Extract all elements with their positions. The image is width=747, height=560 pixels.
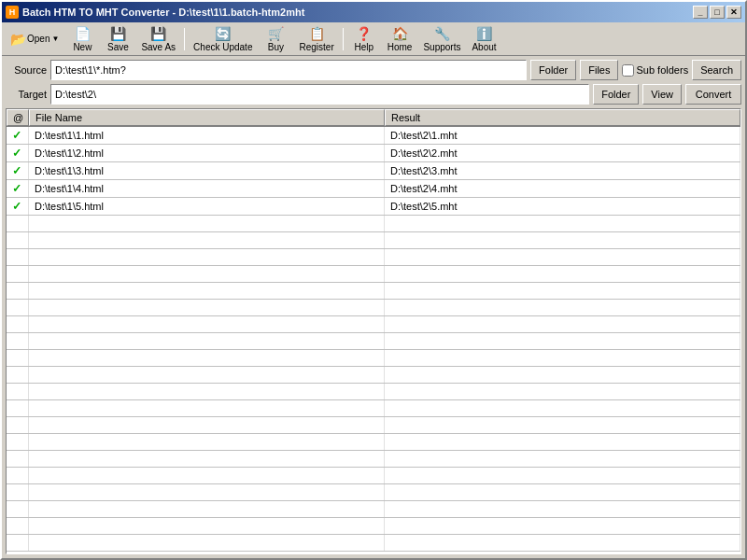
empty-result-cell bbox=[385, 266, 740, 282]
table-row[interactable]: ✓D:\test\1\2.htmlD:\test\2\2.mht bbox=[7, 145, 740, 162]
maximize-button[interactable]: □ bbox=[710, 6, 725, 19]
empty-status-cell bbox=[7, 535, 29, 551]
empty-result-cell bbox=[385, 434, 740, 450]
table-row[interactable]: ✓D:\test\1\3.htmlD:\test\2\3.mht bbox=[7, 162, 740, 180]
empty-table-row bbox=[7, 300, 740, 316]
source-input[interactable] bbox=[50, 60, 527, 80]
check-icon: ✓ bbox=[12, 147, 21, 160]
empty-filename-cell bbox=[29, 367, 385, 383]
filename-cell: D:\test\1\1.html bbox=[29, 127, 385, 144]
empty-result-cell bbox=[385, 283, 740, 299]
save-icon: 💾 bbox=[110, 26, 125, 41]
empty-filename-cell bbox=[29, 535, 385, 551]
table-row[interactable]: ✓D:\test\1\1.htmlD:\test\2\1.mht bbox=[7, 127, 740, 145]
empty-status-cell bbox=[7, 367, 29, 383]
result-cell: D:\test\2\5.mht bbox=[385, 198, 740, 215]
empty-result-cell bbox=[385, 350, 740, 366]
empty-table-row bbox=[7, 333, 740, 350]
save-as-button[interactable]: 💾 Save As bbox=[136, 25, 180, 53]
empty-table-row bbox=[7, 266, 740, 283]
check-update-icon: 🔄 bbox=[216, 26, 231, 41]
main-window: H Batch HTM TO MHT Converter - D:\test\1… bbox=[0, 0, 747, 560]
empty-status-cell bbox=[7, 400, 29, 416]
status-cell: ✓ bbox=[7, 198, 29, 215]
empty-status-cell bbox=[7, 417, 29, 433]
help-button[interactable]: ❓ Help bbox=[347, 25, 381, 53]
result-cell: D:\test\2\4.mht bbox=[385, 180, 740, 197]
empty-status-cell bbox=[7, 283, 29, 299]
source-folder-button[interactable]: Folder bbox=[530, 60, 576, 80]
buy-button[interactable]: 🛒 Buy bbox=[259, 25, 292, 53]
empty-status-cell bbox=[7, 468, 29, 483]
empty-table-row bbox=[7, 484, 740, 501]
target-label: Target bbox=[6, 89, 47, 100]
target-view-button[interactable]: View bbox=[642, 84, 682, 105]
close-button[interactable]: ✕ bbox=[726, 6, 741, 19]
empty-table-row bbox=[7, 249, 740, 266]
empty-filename-cell bbox=[29, 350, 385, 366]
empty-filename-cell bbox=[29, 384, 385, 399]
table-row[interactable]: ✓D:\test\1\5.htmlD:\test\2\5.mht bbox=[7, 198, 740, 216]
empty-table-row bbox=[7, 468, 740, 484]
source-label: Source bbox=[6, 64, 47, 76]
register-button[interactable]: 📋 Register bbox=[294, 25, 338, 53]
save-button[interactable]: 💾 Save bbox=[101, 25, 134, 53]
title-bar-left: H Batch HTM TO MHT Converter - D:\test\1… bbox=[6, 6, 304, 19]
empty-table-row bbox=[7, 434, 740, 451]
empty-filename-cell bbox=[29, 468, 385, 483]
empty-table-row bbox=[7, 451, 740, 468]
empty-result-cell bbox=[385, 384, 740, 399]
empty-table-row bbox=[7, 283, 740, 300]
supports-icon: 🔧 bbox=[434, 26, 449, 41]
home-button[interactable]: 🏠 Home bbox=[383, 25, 417, 53]
empty-filename-cell bbox=[29, 501, 385, 517]
new-button[interactable]: 📄 New bbox=[65, 25, 99, 53]
check-icon: ✓ bbox=[12, 164, 21, 177]
register-icon: 📋 bbox=[309, 26, 324, 41]
empty-table-row bbox=[7, 535, 740, 552]
empty-filename-cell bbox=[29, 216, 385, 231]
empty-filename-cell bbox=[29, 316, 385, 332]
empty-status-cell bbox=[7, 384, 29, 399]
minimize-button[interactable]: _ bbox=[693, 6, 708, 19]
table-row[interactable]: ✓D:\test\1\4.htmlD:\test\2\4.mht bbox=[7, 180, 740, 198]
empty-filename-cell bbox=[29, 400, 385, 416]
source-files-button[interactable]: Files bbox=[580, 60, 618, 80]
supports-button[interactable]: 🔧 Supports bbox=[418, 25, 465, 53]
subfolders-checkbox[interactable] bbox=[622, 64, 634, 77]
buy-icon: 🛒 bbox=[268, 26, 283, 41]
empty-table-row bbox=[7, 216, 740, 232]
convert-button[interactable]: Convert bbox=[685, 84, 741, 105]
filename-cell: D:\test\1\2.html bbox=[29, 145, 385, 161]
result-cell: D:\test\2\1.mht bbox=[385, 127, 740, 144]
status-cell: ✓ bbox=[7, 145, 29, 161]
empty-status-cell bbox=[7, 300, 29, 315]
empty-result-cell bbox=[385, 232, 740, 248]
toolbar-separator-1 bbox=[184, 28, 185, 50]
empty-result-cell bbox=[385, 300, 740, 315]
empty-table-row bbox=[7, 417, 740, 434]
home-icon: 🏠 bbox=[392, 26, 407, 41]
empty-status-cell bbox=[7, 451, 29, 467]
empty-filename-cell bbox=[29, 232, 385, 248]
empty-filename-cell bbox=[29, 484, 385, 500]
subfolders-group: Sub folders bbox=[622, 64, 688, 77]
empty-result-cell bbox=[385, 216, 740, 231]
toolbar-separator-2 bbox=[343, 28, 344, 50]
empty-filename-cell bbox=[29, 333, 385, 349]
result-cell: D:\test\2\2.mht bbox=[385, 145, 740, 161]
about-button[interactable]: ℹ️ About bbox=[467, 25, 500, 53]
empty-status-cell bbox=[7, 501, 29, 517]
empty-result-cell bbox=[385, 451, 740, 467]
open-icon: 📂 bbox=[10, 32, 25, 47]
open-button[interactable]: 📂 Open ▼ bbox=[6, 25, 63, 53]
empty-result-cell bbox=[385, 518, 740, 534]
empty-status-cell bbox=[7, 333, 29, 349]
check-update-button[interactable]: 🔄 Check Update bbox=[189, 25, 257, 53]
save-as-icon: 💾 bbox=[151, 26, 166, 41]
target-input[interactable] bbox=[50, 84, 589, 105]
empty-status-cell bbox=[7, 350, 29, 366]
table-header: @ File Name Result bbox=[7, 109, 740, 127]
target-folder-button[interactable]: Folder bbox=[593, 84, 639, 105]
search-button[interactable]: Search bbox=[692, 60, 741, 80]
